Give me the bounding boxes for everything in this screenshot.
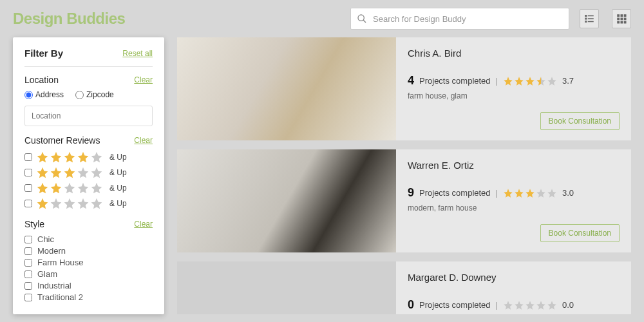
and-up-label: & Up	[109, 184, 127, 193]
review-filter-row[interactable]: & Up	[24, 151, 153, 164]
star-icon	[50, 182, 62, 194]
zipcode-label: Zipcode	[86, 90, 114, 99]
designer-image	[177, 37, 396, 140]
designer-image	[177, 149, 396, 252]
star-icon	[525, 188, 535, 198]
star-icon	[525, 76, 535, 86]
svg-rect-10	[624, 14, 627, 17]
star-half-icon	[536, 76, 546, 86]
star-icon	[50, 151, 62, 164]
star-empty-icon	[90, 166, 103, 179]
star-empty-icon	[536, 188, 546, 198]
style-option[interactable]: Glam	[24, 269, 153, 279]
star-empty-icon	[77, 197, 90, 210]
svg-rect-15	[621, 21, 623, 24]
style-option[interactable]: Chic	[24, 234, 153, 244]
style-checkbox[interactable]	[24, 236, 32, 243]
rating-value: 3.0	[562, 188, 574, 198]
star-icon	[503, 188, 513, 198]
designer-image	[177, 261, 396, 314]
style-label: Glam	[37, 269, 57, 279]
divider: |	[496, 188, 498, 198]
star-empty-icon	[63, 182, 76, 194]
svg-rect-14	[617, 21, 620, 24]
style-checkbox[interactable]	[24, 294, 32, 301]
designer-card: Warren E. Ortiz9Projects completed|3.0mo…	[177, 149, 631, 252]
reviews-clear-link[interactable]: Clear	[134, 136, 153, 145]
svg-rect-16	[624, 21, 627, 24]
location-input[interactable]	[24, 106, 153, 126]
project-count: 0	[408, 298, 414, 312]
style-label: Industrial	[37, 281, 71, 290]
star-icon	[77, 151, 90, 164]
svg-rect-11	[617, 18, 620, 21]
style-title: Style	[24, 219, 44, 229]
star-icon	[50, 166, 62, 179]
rating-value: 3.7	[562, 76, 574, 86]
rating-value: 0.0	[562, 300, 574, 310]
star-empty-icon	[77, 182, 90, 194]
style-checkbox[interactable]	[24, 270, 32, 278]
review-checkbox[interactable]	[24, 200, 32, 207]
star-empty-icon	[50, 197, 62, 210]
style-label: Chic	[37, 234, 54, 244]
search-input[interactable]	[350, 8, 569, 30]
star-empty-icon	[90, 151, 103, 164]
star-empty-icon	[77, 166, 90, 179]
designer-name: Warren E. Ortiz	[408, 160, 620, 171]
designer-card: Margaret D. Downey0Projects completed|0.…	[177, 261, 631, 314]
svg-rect-3	[588, 15, 594, 17]
location-clear-link[interactable]: Clear	[134, 75, 153, 84]
style-option[interactable]: Industrial	[24, 281, 153, 290]
svg-rect-13	[624, 18, 627, 21]
and-up-label: & Up	[109, 168, 127, 177]
grid-view-button[interactable]	[612, 9, 631, 28]
book-consultation-button[interactable]: Book Consultation	[540, 224, 620, 242]
style-option[interactable]: Traditional 2	[24, 292, 153, 302]
projects-label: Projects completed	[419, 188, 491, 198]
star-icon	[514, 188, 524, 198]
star-icon	[36, 151, 49, 164]
svg-line-1	[363, 20, 366, 23]
style-checkbox[interactable]	[24, 247, 32, 255]
style-option[interactable]: Farm House	[24, 258, 153, 267]
designer-name: Chris A. Bird	[408, 48, 620, 59]
project-count: 9	[408, 186, 414, 200]
zipcode-radio[interactable]: Zipcode	[75, 90, 114, 99]
reviews-title: Customer Reviews	[24, 135, 100, 146]
filter-title: Filter By	[24, 48, 63, 59]
and-up-label: & Up	[109, 153, 127, 162]
star-empty-icon	[547, 188, 557, 198]
star-icon	[63, 166, 76, 179]
designer-card: Chris A. Bird4Projects completed|3.7farm…	[177, 37, 631, 140]
reset-all-link[interactable]: Reset all	[122, 49, 153, 58]
review-filter-row[interactable]: & Up	[24, 197, 153, 210]
style-checkbox[interactable]	[24, 282, 32, 290]
style-label: Modern	[37, 246, 66, 256]
filter-sidebar: Filter By Reset all Location Clear Addre…	[13, 37, 164, 314]
projects-label: Projects completed	[419, 300, 491, 310]
style-checkbox[interactable]	[24, 259, 32, 267]
star-empty-icon	[525, 300, 535, 310]
rating-stars	[503, 76, 557, 86]
book-consultation-button[interactable]: Book Consultation	[540, 112, 620, 130]
star-icon	[36, 197, 49, 210]
star-icon	[503, 76, 513, 86]
review-filter-row[interactable]: & Up	[24, 182, 153, 194]
location-title: Location	[24, 75, 59, 85]
review-checkbox[interactable]	[24, 184, 32, 192]
star-empty-icon	[90, 197, 103, 210]
review-checkbox[interactable]	[24, 169, 32, 176]
list-view-button[interactable]	[580, 9, 599, 28]
review-filter-row[interactable]: & Up	[24, 166, 153, 179]
results-list: Chris A. Bird4Projects completed|3.7farm…	[177, 37, 631, 314]
projects-label: Projects completed	[419, 76, 491, 86]
star-empty-icon	[547, 76, 557, 86]
style-clear-link[interactable]: Clear	[134, 220, 153, 229]
designer-tags: farm house, glam	[408, 91, 620, 100]
review-checkbox[interactable]	[24, 153, 32, 161]
style-label: Traditional 2	[37, 292, 83, 302]
style-option[interactable]: Modern	[24, 246, 153, 256]
address-radio[interactable]: Address	[24, 90, 64, 99]
logo: Design Buddies	[13, 10, 125, 28]
